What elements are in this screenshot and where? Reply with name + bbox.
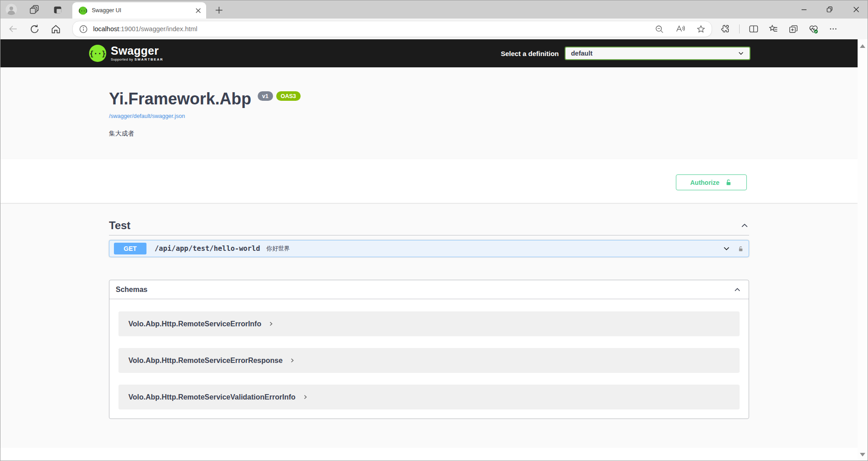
definition-select[interactable]: default [565, 47, 750, 60]
window-close-button[interactable] [849, 3, 863, 16]
select-definition-label: Select a definition [501, 50, 559, 57]
chevron-up-icon[interactable] [733, 286, 741, 294]
scroll-up-arrow[interactable] [860, 44, 865, 48]
operation-path: /api/app/test/hello-world [155, 245, 260, 253]
browser-window: {··} Swagger UI [0, 0, 868, 461]
spec-json-link[interactable]: /swagger/default/swagger.json [109, 113, 185, 119]
new-tab-button[interactable] [214, 5, 224, 15]
extensions-icon[interactable] [719, 23, 731, 35]
browser-toolbar: localhost:19001/swagger/index.html [0, 19, 868, 39]
url-host: localhost [93, 25, 119, 33]
tag-title: Test [109, 219, 131, 232]
model-row[interactable]: Volo.Abp.Http.RemoteServiceValidationErr… [118, 385, 740, 409]
read-aloud-icon[interactable] [675, 24, 685, 34]
titlebar: {··} Swagger UI [0, 0, 868, 19]
favorites-bar-icon[interactable] [768, 23, 779, 35]
tag-header-test[interactable]: Test [109, 219, 749, 232]
scroll-down-arrow[interactable] [860, 453, 865, 456]
svg-text:{··}: {··} [79, 8, 87, 13]
address-bar[interactable]: localhost:19001/swagger/index.html [72, 21, 712, 37]
chevron-right-icon[interactable] [269, 321, 274, 326]
authorize-button[interactable]: Authorize [676, 174, 747, 190]
tab-title: Swagger UI [92, 7, 195, 14]
definition-picker: Select a definition default [501, 47, 750, 60]
chevron-right-icon[interactable] [303, 395, 308, 400]
home-icon[interactable] [50, 23, 61, 35]
api-info-section: Yi.Framework.Abp v1 OAS3 /swagger/defaul… [0, 67, 858, 159]
model-name: Volo.Abp.Http.RemoteServiceErrorInfo [128, 320, 261, 328]
scheme-container: Authorize [0, 159, 858, 203]
chevron-down-icon[interactable] [722, 245, 731, 253]
authorize-label: Authorize [690, 179, 720, 186]
api-description: 集大成者 [109, 130, 858, 138]
collections-icon[interactable] [788, 23, 799, 35]
method-badge-get: GET [114, 243, 146, 254]
toolbar-right [719, 23, 839, 35]
swagger-logo-icon: {··} [89, 44, 107, 62]
toolbar-divider [739, 24, 740, 33]
tag-divider [109, 235, 749, 235]
workspaces-icon[interactable] [28, 4, 40, 15]
api-title-row: Yi.Framework.Abp v1 OAS3 [109, 91, 858, 107]
zoom-out-icon[interactable] [654, 24, 665, 34]
schemas-header[interactable]: Schemas [109, 280, 749, 299]
swagger-logo: {··} Swagger Supported bySMARTBEAR [89, 44, 164, 62]
operation-get-hello-world[interactable]: GET /api/app/test/hello-world 你好世界 [109, 240, 749, 257]
schemas-section: Schemas Volo.Abp.Http.RemoteServiceError… [109, 280, 749, 419]
profile-avatar[interactable] [5, 4, 17, 15]
svg-text:{··}: {··} [90, 50, 106, 58]
oas3-badge: OAS3 [276, 91, 301, 101]
chevron-up-icon[interactable] [740, 221, 749, 230]
refresh-icon[interactable] [28, 23, 40, 35]
site-info-icon[interactable] [79, 25, 88, 33]
tab-actions-icon[interactable] [52, 4, 63, 15]
swagger-favicon: {··} [79, 6, 87, 15]
logo-name: Swagger [111, 45, 164, 56]
page-scrollbar[interactable] [858, 39, 868, 461]
back-icon[interactable] [7, 23, 19, 35]
tab-close-icon[interactable] [195, 7, 202, 14]
unlock-icon [725, 179, 732, 186]
browser-essentials-icon[interactable] [807, 23, 819, 35]
operation-lock-icon[interactable] [737, 245, 744, 252]
logo-tagline: Supported bySMARTBEAR [111, 58, 164, 61]
chevron-down-icon [738, 50, 744, 56]
model-row[interactable]: Volo.Abp.Http.RemoteServiceErrorInfo [118, 311, 740, 336]
split-screen-icon[interactable] [748, 23, 760, 35]
url-text[interactable]: localhost:19001/swagger/index.html [93, 25, 644, 33]
url-path: :19001/swagger/index.html [119, 25, 197, 33]
favorite-star-icon[interactable] [695, 24, 706, 34]
avatar-icon [5, 4, 17, 15]
chevron-right-icon[interactable] [290, 358, 295, 363]
operations-wrapper: Test GET /api/app/test/hello-world 你好世界 [0, 203, 858, 448]
operation-description: 你好世界 [266, 245, 290, 253]
swagger-topbar: {··} Swagger Supported bySMARTBEAR Selec… [0, 39, 858, 67]
definition-select-value: default [571, 50, 738, 57]
api-title: Yi.Framework.Abp [109, 91, 251, 107]
browser-tab[interactable]: {··} Swagger UI [72, 2, 206, 19]
page-content: {··} Swagger Supported bySMARTBEAR Selec… [0, 39, 858, 461]
version-badge: v1 [258, 91, 273, 101]
window-restore-button[interactable] [823, 3, 836, 16]
schemas-title: Schemas [116, 286, 147, 294]
window-minimize-button[interactable] [797, 3, 811, 16]
model-row[interactable]: Volo.Abp.Http.RemoteServiceErrorResponse [118, 348, 740, 373]
model-name: Volo.Abp.Http.RemoteServiceErrorResponse [128, 357, 283, 365]
swagger-logo-text: Swagger Supported bySMARTBEAR [111, 45, 164, 61]
settings-more-icon[interactable] [827, 23, 839, 35]
model-name: Volo.Abp.Http.RemoteServiceValidationErr… [128, 393, 296, 401]
